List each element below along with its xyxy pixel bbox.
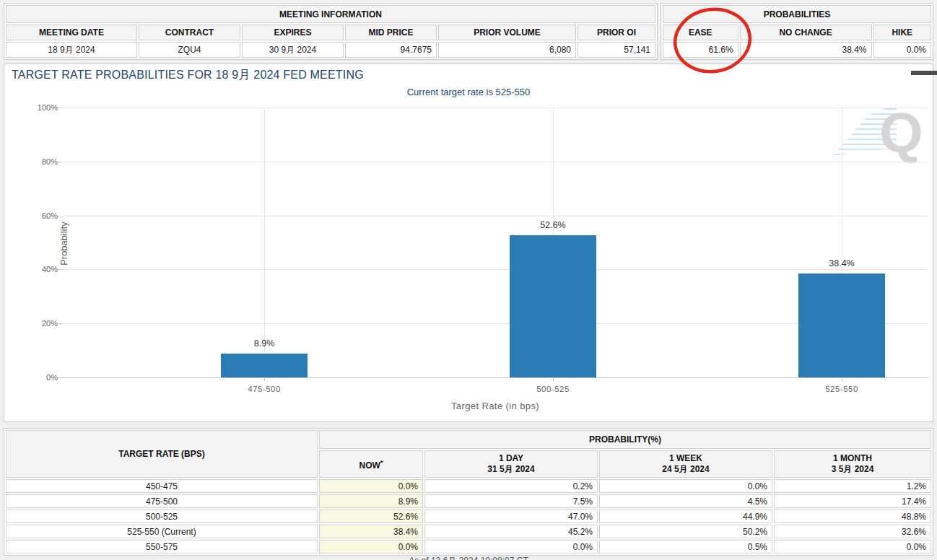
- col-header-expires: EXPIRES: [242, 25, 344, 40]
- y-axis-title: Probability: [58, 201, 69, 287]
- table-row: 450-475 0.0% 0.2% 0.0% 1.2%: [6, 479, 931, 493]
- rate-cell: 450-475: [6, 479, 318, 493]
- meeting-information-table: MEETING INFORMATION MEETING DATE CONTRAC…: [4, 3, 658, 60]
- meeting-info-value-row: 18 9月 2024 ZQU4 30 9月 2024 94.7675 6,080…: [6, 42, 655, 58]
- day-cell: 7.5%: [424, 494, 598, 508]
- prior-volume-value: 6,080: [438, 42, 576, 58]
- plot-area: 100% 80% 60% 40% 20% 0% 8.9% 52.6% 38.4%…: [62, 108, 928, 377]
- y-tick-label-20: 20%: [22, 319, 58, 328]
- col-header-1-month: 1 MONTH3 5月 2024: [774, 450, 931, 478]
- x-axis-line: [62, 377, 928, 378]
- gridline-60: [62, 216, 928, 216]
- fedwatch-page: { "meeting_information": { "title": "MEE…: [0, 0, 937, 560]
- bar-500-525[interactable]: [510, 235, 596, 377]
- contract-value: ZQU4: [139, 42, 240, 58]
- table-row: 525-550 (Current) 38.4% 45.2% 50.2% 32.6…: [6, 525, 931, 538]
- col-header-prior-volume: PRIOR VOLUME: [438, 25, 576, 40]
- week-cell: 0.5%: [599, 540, 772, 554]
- rate-cell: 525-550 (Current): [6, 525, 318, 538]
- bar-value-label: 38.4%: [798, 258, 885, 268]
- bar-value-label: 52.6%: [510, 220, 596, 230]
- col-header-mid-price: MID PRICE: [345, 25, 437, 40]
- gridline-40: [62, 269, 928, 270]
- target-rate-chart-panel: TARGET RATE PROBABILITIES FOR 18 9月 2024…: [4, 64, 933, 422]
- now-cell: 8.9%: [319, 494, 423, 508]
- probabilities-title: PROBABILITIES: [663, 5, 931, 23]
- meeting-info-header-row: MEETING DATE CONTRACT EXPIRES MID PRICE …: [6, 25, 655, 40]
- vgridline-1: [264, 108, 265, 377]
- group-header-probability: PROBABILITY(%): [319, 430, 931, 449]
- week-cell: 4.5%: [599, 494, 772, 508]
- rate-cell: 500-525: [6, 509, 318, 523]
- bar-475-500[interactable]: [221, 354, 308, 377]
- now-cell: 0.0%: [319, 540, 423, 554]
- bar-525-550[interactable]: [798, 274, 885, 377]
- col-header-1-day: 1 DAY31 5月 2024: [424, 450, 598, 478]
- col-header-now: NOW*: [319, 450, 423, 478]
- col-header-prior-oi: PRIOR OI: [578, 25, 655, 40]
- week-cell: 0.0%: [599, 479, 772, 493]
- meeting-information-title: MEETING INFORMATION: [6, 5, 655, 23]
- col-header-no-change: NO CHANGE: [740, 25, 872, 40]
- x-tick: [264, 377, 265, 381]
- corner-header-target-rate-bps: TARGET RATE (BPS): [6, 430, 318, 478]
- rate-cell: 550-575: [6, 540, 318, 554]
- now-cell: 0.0%: [319, 479, 423, 493]
- month-cell: 1.2%: [774, 479, 931, 493]
- mid-price-value: 94.7675: [345, 42, 437, 58]
- probability-history-table: TARGET RATE (BPS) PROBABILITY(%) NOW* 1 …: [4, 428, 933, 556]
- chart-subtitle: Current target rate is 525-550: [4, 87, 933, 97]
- day-cell: 45.2%: [424, 525, 598, 538]
- month-cell: 32.6%: [774, 525, 931, 538]
- probabilities-header-row: EASE NO CHANGE HIKE: [663, 25, 931, 40]
- now-cell: 38.4%: [319, 525, 423, 538]
- x-tick: [842, 377, 842, 381]
- col-header-meeting-date: MEETING DATE: [6, 25, 137, 40]
- probabilities-value-row: 61.6% 38.4% 0.0%: [663, 42, 931, 58]
- rate-cell: 475-500: [6, 494, 318, 508]
- y-tick: [58, 377, 62, 378]
- y-tick-label-40: 40%: [22, 265, 58, 274]
- expires-value: 30 9月 2024: [242, 42, 344, 58]
- y-tick-label-100: 100%: [22, 103, 58, 112]
- table-row: 500-525 52.6% 47.0% 44.9% 48.8%: [6, 509, 931, 523]
- x-axis-title: Target Rate (in bps): [62, 401, 928, 411]
- col-header-1-week: 1 WEEK24 5月 2024: [599, 450, 772, 478]
- x-tick-label-500-525: 500-525: [495, 385, 611, 393]
- x-tick: [553, 377, 554, 381]
- y-tick: [58, 323, 62, 324]
- x-tick-label-525-550: 525-550: [784, 385, 899, 393]
- hike-value: 0.0%: [873, 42, 931, 58]
- no-change-value: 38.4%: [740, 42, 872, 58]
- week-cell: 50.2%: [599, 525, 772, 538]
- day-cell: 0.2%: [424, 479, 598, 493]
- col-header-hike: HIKE: [873, 25, 931, 40]
- col-header-ease: EASE: [663, 25, 738, 40]
- day-cell: 0.0%: [424, 540, 598, 554]
- chart-title: TARGET RATE PROBABILITIES FOR 18 9月 2024…: [12, 68, 364, 83]
- probabilities-summary-table: PROBABILITIES EASE NO CHANGE HIKE 61.6% …: [661, 3, 933, 60]
- footer-timestamp: As of 13 6月 2024 10:08:07 CT: [0, 555, 937, 560]
- bar-value-label: 8.9%: [221, 338, 308, 349]
- gridline-100: [62, 108, 928, 108]
- table-row: 475-500 8.9% 7.5% 4.5% 17.4%: [6, 494, 931, 508]
- y-tick-label-60: 60%: [22, 211, 58, 220]
- gridline-80: [62, 162, 928, 162]
- y-tick: [58, 108, 62, 108]
- meeting-date-value: 18 9月 2024: [6, 42, 137, 58]
- week-cell: 44.9%: [599, 509, 772, 523]
- month-cell: 0.0%: [774, 540, 931, 554]
- month-cell: 17.4%: [774, 494, 931, 508]
- now-cell: 52.6%: [319, 509, 423, 523]
- col-header-contract: CONTRACT: [139, 25, 240, 40]
- ease-value: 61.6%: [663, 42, 738, 58]
- day-cell: 47.0%: [424, 509, 598, 523]
- prior-oi-value: 57,141: [578, 42, 655, 58]
- y-tick-label-0: 0%: [22, 373, 58, 382]
- month-cell: 48.8%: [774, 509, 931, 523]
- x-tick-label-475-500: 475-500: [206, 385, 322, 393]
- y-tick-label-80: 80%: [22, 157, 58, 166]
- y-tick: [58, 162, 62, 162]
- table-row: 550-575 0.0% 0.0% 0.5% 0.0%: [6, 540, 931, 554]
